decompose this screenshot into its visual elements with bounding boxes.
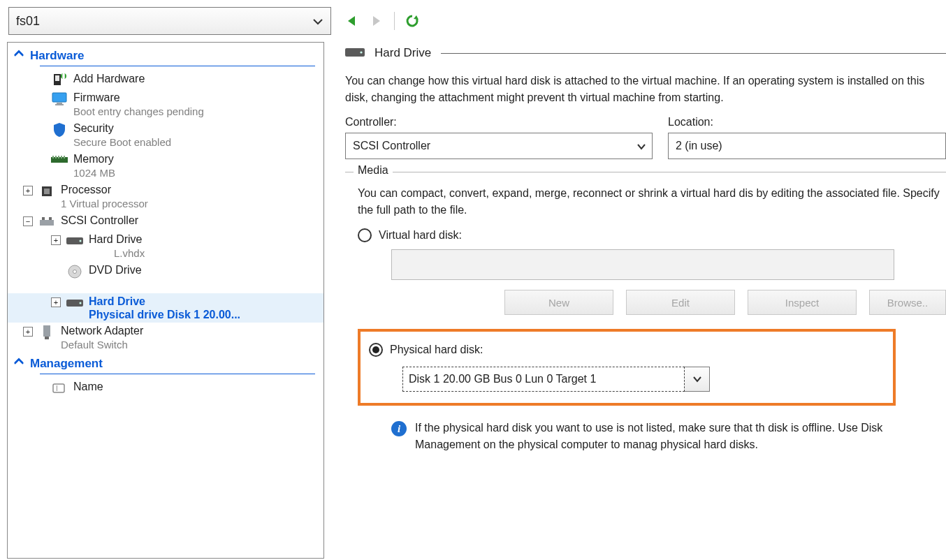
controller-dropdown[interactable]: SCSI Controller [345,133,653,159]
forward-button[interactable] [369,13,384,29]
section-management[interactable]: Management [8,353,323,374]
svg-rect-28 [43,325,50,337]
browse-button: Browse.. [869,290,946,315]
svg-point-33 [360,51,362,53]
tree-processor[interactable]: + Processor 1 Virtual processor [8,182,323,212]
tree-hard-drive-vhdx[interactable]: + Hard Drive L.vhdx [8,231,323,262]
toolbar-divider [394,12,395,30]
svg-rect-29 [45,337,49,339]
controller-value: SCSI Controller [353,140,430,152]
section-management-label: Management [30,357,103,371]
tree-dvd-drive[interactable]: DVD Drive [8,262,323,281]
detail-title: Hard Drive [374,46,431,60]
svg-rect-18 [44,189,50,194]
tree-security[interactable]: Security Secure Boot enabled [8,120,323,151]
svg-rect-14 [58,156,59,159]
disc-icon [65,264,85,279]
tree-label: Network Adapter [61,324,143,338]
refresh-button[interactable] [405,13,420,29]
controller-label: Controller: [345,116,653,128]
memory-icon [50,153,69,168]
tree-sublabel: 1 Virtual processor [61,197,148,211]
svg-point-25 [73,270,77,274]
radio-vhd-label: Virtual hard disk: [379,229,462,242]
hard-drive-icon [345,47,365,60]
svg-text:I: I [56,385,58,392]
info-text: If the physical hard disk you want to us… [415,420,922,453]
radio-phys-label: Physical hard disk: [390,344,483,356]
expand-icon[interactable]: + [23,186,33,196]
tree-label: Firmware [73,91,204,105]
tree-label: Hard Drive [89,233,145,246]
tree-sublabel: 1024 MB [73,166,115,180]
collapse-icon [13,48,24,63]
network-adapter-icon [37,325,57,340]
physical-disk-highlight: Physical hard disk: Disk 1 20.00 GB Bus … [358,329,896,406]
section-hardware[interactable]: Hardware [8,45,323,66]
chevron-down-icon [685,367,710,392]
processor-icon [37,184,57,199]
inspect-button: Inspect [748,290,857,315]
tree-network-adapter[interactable]: + Network Adapter Default Switch [8,323,323,353]
svg-marker-2 [414,15,419,20]
svg-rect-8 [52,93,66,102]
location-dropdown[interactable]: 2 (in use) [668,133,946,159]
svg-rect-16 [64,156,65,159]
media-caption: Media [354,164,393,177]
svg-rect-9 [57,103,62,104]
add-hardware-icon [50,73,69,88]
vhd-path-input [391,249,894,280]
svg-rect-15 [61,156,62,159]
radio-physical-hard-disk[interactable]: Physical hard disk: [369,343,885,357]
tree-label: Add Hardware [73,72,145,86]
media-intro: You can compact, convert, expand, merge,… [358,185,946,219]
tree-label: Processor [61,183,148,197]
location-value: 2 (in use) [676,140,722,152]
tree-label: SCSI Controller [61,214,138,228]
svg-marker-1 [373,16,380,26]
tree-label: DVD Drive [89,263,142,277]
expand-icon[interactable]: + [23,327,33,337]
detail-panel: Hard Drive You can change how this virtu… [324,42,946,559]
radio-unchecked-icon [358,228,372,242]
tree-scsi-controller[interactable]: − SCSI Controller [8,212,323,231]
collapse-box-icon[interactable]: − [23,216,33,226]
svg-point-27 [80,302,82,304]
collapse-icon [13,356,24,371]
chevron-down-icon [636,142,646,152]
shield-icon [50,122,69,138]
expand-icon[interactable]: + [51,297,61,307]
tree-name[interactable]: I Name [8,378,323,397]
section-rule [40,66,315,66]
tree-sublabel: Default Switch [61,338,143,352]
edit-button: Edit [626,290,735,315]
svg-rect-21 [49,217,52,220]
vm-selector-value: fs01 [16,14,40,29]
svg-marker-0 [348,16,355,26]
back-button[interactable] [344,13,359,29]
tree-add-hardware[interactable]: Add Hardware [8,71,323,89]
tree-memory[interactable]: Memory 1024 MB [8,151,323,182]
vm-selector-dropdown[interactable]: fs01 [8,7,331,35]
info-icon: i [391,421,407,436]
tree-sublabel: L.vhdx [89,246,145,260]
tree-label: Name [73,380,103,394]
tree-sublabel: Boot entry changes pending [73,105,204,119]
svg-rect-10 [55,104,64,105]
new-button: New [504,290,613,315]
tree-label: Hard Drive [89,295,240,309]
svg-rect-4 [55,75,59,81]
physical-disk-dropdown[interactable]: Disk 1 20.00 GB Bus 0 Lun 0 Target 1 [402,367,885,392]
svg-rect-12 [52,156,54,159]
name-tag-icon: I [50,381,69,396]
physical-disk-value: Disk 1 20.00 GB Bus 0 Lun 0 Target 1 [402,367,685,392]
controller-icon [37,214,57,230]
expand-icon[interactable]: + [51,235,61,245]
svg-rect-30 [53,384,64,392]
radio-virtual-hard-disk[interactable]: Virtual hard disk: [358,228,946,242]
media-group: Media You can compact, convert, expand, … [345,172,946,453]
settings-tree: Hardware Add Hardware Firmware Boot entr… [7,42,324,559]
tree-firmware[interactable]: Firmware Boot entry changes pending [8,89,323,120]
tree-hard-drive-physical[interactable]: + Hard Drive Physical drive Disk 1 20.00… [8,293,323,323]
chevron-down-icon [312,16,323,27]
